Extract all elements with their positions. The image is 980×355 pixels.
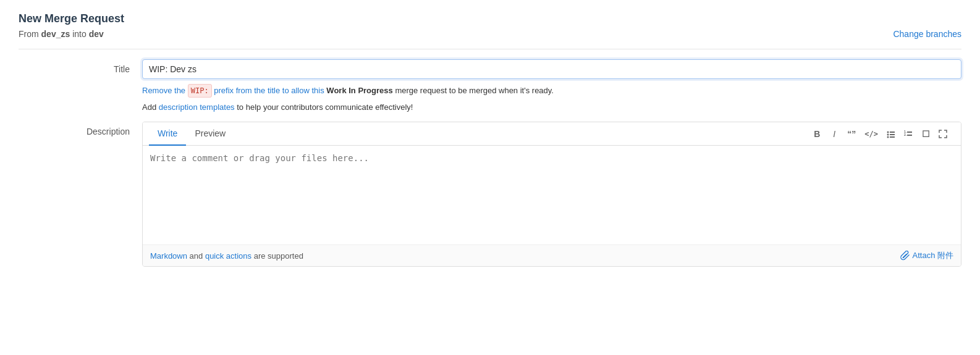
title-section: Title Remove the WIP: prefix from the ti… — [19, 59, 961, 112]
attach-file-button[interactable]: Attach 附件 — [900, 250, 953, 261]
svg-point-0 — [887, 131, 889, 133]
svg-rect-1 — [890, 132, 895, 133]
svg-rect-3 — [890, 134, 895, 135]
editor-tabs-bar: Write Preview B I “” </> — [143, 122, 961, 146]
description-editor: Write Preview B I “” </> — [142, 122, 961, 267]
fullscreen-button[interactable] — [936, 127, 950, 141]
wip-badge: WIP: — [188, 84, 212, 98]
numbered-list-button[interactable]: 1. 2. — [902, 127, 915, 141]
branch-info: From dev_zs into dev Change branches — [19, 29, 961, 39]
svg-rect-9 — [907, 135, 912, 136]
description-textarea[interactable] — [143, 146, 961, 244]
title-input[interactable] — [142, 59, 961, 79]
page-title: New Merge Request — [19, 12, 961, 25]
tabs-left: Write Preview — [149, 122, 234, 145]
svg-point-2 — [887, 133, 889, 135]
editor-toolbar: B I “” </> — [805, 123, 955, 144]
tab-write[interactable]: Write — [149, 122, 186, 146]
wip-bold-text: Work In Progress — [326, 86, 392, 95]
svg-point-4 — [887, 136, 889, 138]
quote-button[interactable]: “” — [845, 127, 858, 141]
bullet-list-icon — [887, 130, 895, 138]
description-templates-link[interactable]: description templates — [159, 102, 235, 112]
add-description-notice: Add description templates to help your c… — [142, 102, 961, 112]
branch-from-info: From dev_zs into dev — [19, 29, 104, 39]
fullscreen-icon — [939, 130, 947, 138]
change-branches-link[interactable]: Change branches — [893, 29, 961, 39]
tab-preview[interactable]: Preview — [186, 122, 234, 146]
italic-button[interactable]: I — [827, 127, 841, 141]
editor-footer: Markdown and quick actions are supported… — [143, 244, 961, 266]
editor-footer-markdown: Markdown and quick actions are supported — [150, 251, 303, 261]
wip-notice: Remove the WIP: prefix from the title to… — [142, 84, 961, 98]
markdown-link[interactable]: Markdown — [150, 251, 187, 261]
branch-from: dev_zs — [41, 29, 70, 39]
description-label: Description — [19, 122, 130, 267]
branch-into: dev — [89, 29, 104, 39]
title-form-content: Remove the WIP: prefix from the title to… — [142, 59, 961, 112]
description-section: Description Write Preview B I “” </> — [19, 122, 961, 267]
checklist-button[interactable]: ☐ — [919, 127, 932, 141]
svg-text:2.: 2. — [904, 133, 907, 136]
attach-icon — [900, 251, 910, 261]
svg-rect-7 — [907, 132, 912, 133]
code-button[interactable]: </> — [862, 127, 881, 141]
quick-actions-link[interactable]: quick actions — [205, 251, 251, 261]
description-form-content: Write Preview B I “” </> — [142, 122, 961, 267]
page-header: New Merge Request From dev_zs into dev C… — [19, 12, 961, 39]
section-divider — [19, 49, 961, 49]
svg-rect-5 — [890, 136, 895, 138]
title-label: Title — [19, 59, 130, 112]
numbered-list-icon: 1. 2. — [904, 130, 913, 138]
bold-button[interactable]: B — [810, 127, 824, 141]
bullet-list-button[interactable] — [884, 127, 898, 141]
